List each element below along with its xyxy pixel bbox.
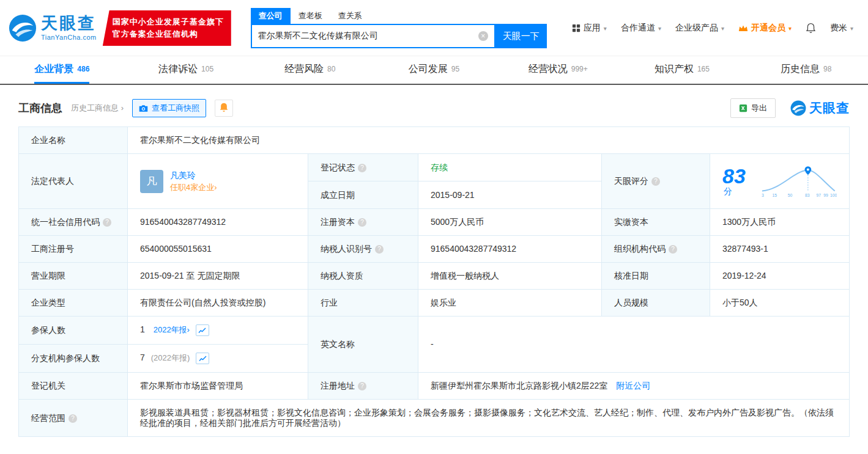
arrow-right-icon: › <box>187 325 190 334</box>
search-button[interactable]: 天眼一下 <box>495 24 547 48</box>
help-icon[interactable]: ? <box>69 414 77 423</box>
label-branch-insured: 分支机构参保人数 <box>19 345 128 373</box>
label-company-type: 企业类型 <box>19 290 128 317</box>
branch-insured-number: 7 <box>140 353 145 362</box>
user-menu[interactable]: 费米 ▾ <box>830 23 853 34</box>
annual-report-link[interactable]: 2022年报› <box>154 325 190 334</box>
search-input[interactable] <box>258 31 478 41</box>
tianyancha-watermark: 天眼查 <box>790 100 850 117</box>
value-approval-date: 2019-12-24 <box>710 263 850 290</box>
help-icon[interactable]: ? <box>669 245 677 254</box>
branch-insured-trend-button[interactable] <box>196 353 209 364</box>
watermark-label: 天眼查 <box>809 100 850 117</box>
value-company-name: 霍尔果斯不二文化传媒有限公司 <box>128 127 850 154</box>
value-industry: 娱乐业 <box>418 290 602 317</box>
search-input-box: × <box>251 24 495 48</box>
chevron-down-icon: ▾ <box>850 25 853 32</box>
notification-bell[interactable] <box>806 23 816 34</box>
tab-legal-proceedings[interactable]: 法律诉讼105 <box>124 56 248 84</box>
tab-count: 165 <box>697 65 710 73</box>
tianyancha-logo-icon <box>790 100 806 116</box>
legal-rep-companies-link[interactable]: 任职4家企业› <box>170 183 217 192</box>
chevron-down-icon: ▾ <box>721 25 724 32</box>
tab-operating-status[interactable]: 经营状况999+ <box>496 56 620 84</box>
insured-number: 1 <box>140 324 145 334</box>
label-staff-size: 人员规模 <box>602 290 710 317</box>
label-approval-date: 核准日期 <box>602 263 710 290</box>
nav-vip-label: 开通会员 <box>751 23 785 34</box>
view-snapshot-button[interactable]: 查看工商快照 <box>132 99 206 117</box>
label-org-code: 组织机构代码? <box>602 236 710 263</box>
svg-text:50: 50 <box>788 193 793 197</box>
tab-company-development[interactable]: 公司发展95 <box>372 56 496 84</box>
tab-label: 公司发展 <box>409 63 448 76</box>
help-icon[interactable]: ? <box>651 177 660 186</box>
monitor-bell-button[interactable] <box>215 100 233 117</box>
tab-company-background[interactable]: 企业背景486 <box>0 56 124 84</box>
help-icon[interactable]: ? <box>358 218 366 227</box>
nav-enterprise-products[interactable]: 企业级产品 ▾ <box>675 23 724 34</box>
tianyan-score[interactable]: 83分 3 15 50 83 97 99 100 <box>722 164 837 199</box>
business-info-toolbar: 工商信息 历史工商信息 › 查看工商快照 导出 天眼查 <box>18 98 850 118</box>
official-credit-badge: 国家中小企业发展子基金旗下 官方备案企业征信机构 <box>103 10 231 46</box>
value-score: 83分 3 15 50 83 97 99 100 <box>710 154 850 209</box>
search-tab-boss[interactable]: 查老板 <box>291 8 330 24</box>
row-legal-rep: 法定代表人 凡 凡美玲 任职4家企业› 登记状态? 存续 天眼评分? 83分 <box>19 154 850 181</box>
tab-label: 知识产权 <box>655 63 694 76</box>
label-taxpayer-id: 纳税人识别号? <box>308 236 418 263</box>
tab-intellectual-property[interactable]: 知识产权165 <box>620 56 744 84</box>
nav-open-vip[interactable]: 开通会员 ▾ <box>738 23 792 34</box>
user-name: 费米 <box>830 23 847 34</box>
tab-operating-risk[interactable]: 经营风险80 <box>248 56 372 84</box>
help-icon[interactable]: ? <box>375 245 384 254</box>
score-distribution-chart: 3 15 50 83 97 99 100 <box>760 164 837 199</box>
label-insured-count: 参保人数 <box>19 317 128 345</box>
search-tabs: 查公司 查老板 查关系 <box>251 8 547 24</box>
nearby-companies-link[interactable]: 附近公司 <box>616 381 650 390</box>
help-icon[interactable]: ? <box>103 218 111 227</box>
history-business-info-link[interactable]: 历史工商信息 › <box>71 103 124 114</box>
value-business-scope: 影视服装道具租赁；影视器材租赁；影视文化信息咨询；企业形象策划；会展会务服务；摄… <box>128 400 850 437</box>
clear-search-icon[interactable]: × <box>478 31 488 41</box>
export-button[interactable]: 导出 <box>730 98 776 118</box>
value-org-code: 32877493-1 <box>710 236 850 263</box>
row-company-name: 企业名称 霍尔果斯不二文化传媒有限公司 <box>19 127 850 154</box>
row-insured-count: 参保人数 1 2022年报› 英文名称 - <box>19 317 850 345</box>
legal-rep-name-link[interactable]: 凡美玲 <box>170 170 196 180</box>
label-establish-date: 成立日期 <box>308 181 418 209</box>
help-icon[interactable]: ? <box>358 164 366 172</box>
score-unit: 分 <box>724 186 732 196</box>
value-legal-rep: 凡 凡美玲 任职4家企业› <box>128 154 308 209</box>
grid-icon <box>572 24 581 32</box>
search-tab-relation[interactable]: 查关系 <box>330 8 370 24</box>
tianyancha-logo[interactable]: 天眼查 TianYanCha.com <box>9 14 97 42</box>
arrow-right-icon: › <box>214 183 217 192</box>
value-reg-authority: 霍尔果斯市市场监督管理局 <box>128 373 308 400</box>
insured-trend-button[interactable] <box>196 324 209 336</box>
row-business-term: 营业期限 2015-09-21 至 无固定期限 纳税人资质 增值税一般纳税人 核… <box>19 263 850 290</box>
tab-label: 经营状况 <box>529 63 568 76</box>
row-credit-code: 统一社会信用代码? 916540043287749312 注册资本? 5000万… <box>19 209 850 236</box>
value-paid-capital: 1300万人民币 <box>710 209 850 236</box>
nav-apps[interactable]: 应用 ▾ <box>572 23 607 34</box>
address-text: 新疆伊犁州霍尔果斯市北京路影视小镇2层22室 <box>431 381 607 390</box>
help-icon[interactable]: ? <box>358 382 366 390</box>
label-industry: 行业 <box>308 290 418 317</box>
tab-history-info[interactable]: 历史信息98 <box>744 56 868 84</box>
nav-cooperation[interactable]: 合作通道 ▾ <box>621 23 661 34</box>
tab-count: 80 <box>327 65 335 73</box>
search-tab-company[interactable]: 查公司 <box>251 8 291 24</box>
value-branch-insured: 7 (2022年报) <box>128 345 308 373</box>
tab-count: 95 <box>451 65 459 73</box>
badge-line2: 官方备案企业征信机构 <box>113 28 224 40</box>
value-credit-code: 916540043287749312 <box>128 209 308 236</box>
value-business-term: 2015-09-21 至 无固定期限 <box>128 263 308 290</box>
top-nav: 应用 ▾ 合作通道 ▾ 企业级产品 ▾ 开通会员 ▾ 费米 ▾ <box>572 23 853 34</box>
tab-count: 98 <box>823 65 831 73</box>
legal-rep-avatar[interactable]: 凡 <box>140 170 163 193</box>
nav-cooperation-label: 合作通道 <box>621 23 655 34</box>
status-badge: 存续 <box>431 163 448 172</box>
value-reg-number: 654000055015631 <box>128 236 308 263</box>
label-reg-authority: 登记机关 <box>19 373 128 400</box>
value-company-type: 有限责任公司(自然人投资或控股) <box>128 290 308 317</box>
